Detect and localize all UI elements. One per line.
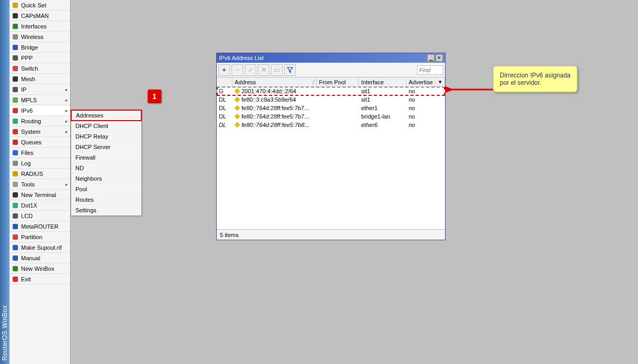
find-input[interactable] [417,65,443,75]
svg-rect-0 [13,3,18,8]
svg-rect-19 [13,203,18,208]
add-button[interactable]: + [218,64,230,76]
system-icon [12,128,19,135]
sidebar-item-label: Mesh [21,76,35,82]
sidebar-item-switch[interactable]: Switch [9,63,70,74]
table-row[interactable]: DLfe80::3:c9a3:5b9e/64sit1no [217,95,445,104]
sidebar-item-capsman[interactable]: CAPsMAN [9,11,70,21]
column-from-pool[interactable]: From Pool [317,77,359,86]
table-row[interactable]: G2001:470:4:4dd::2/64sit1no [217,87,445,95]
submenu-item-settings[interactable]: Settings [71,205,141,215]
remove-button[interactable]: − [231,64,243,76]
switch-icon [12,65,19,72]
sidebar-item-routing[interactable]: Routing▸ [9,116,70,126]
sidebar-item-label: System [21,129,41,135]
column-dropdown[interactable]: ▾ [436,77,445,86]
table-row[interactable]: DLfe80::764d:28ff:fee5:7b7...ether1no [217,104,445,112]
column-flags[interactable] [217,77,233,86]
sidebar-item-lcd[interactable]: LCD [9,211,70,221]
svg-rect-15 [13,161,18,166]
submenu-item-pool[interactable]: Pool [71,184,141,194]
row-address: fe80::764d:28ff:fee5:7b7... [233,105,317,111]
svg-rect-17 [13,182,18,187]
sidebar-item-ip[interactable]: IP▸ [9,84,70,95]
filter-button[interactable] [284,64,296,76]
sidebar-item-label: Switch [21,65,38,72]
svg-rect-5 [13,55,18,61]
mesh-icon [12,75,19,83]
window-titlebar[interactable]: IPv6 Address List ▁ ✕ [217,53,445,63]
sidebar-item-label: IPv6 [21,107,33,114]
sidebar-item-manual[interactable]: Manual [9,253,70,263]
disable-button[interactable]: ✕ [258,64,269,76]
sidebar-item-wireless[interactable]: Wireless [9,32,70,42]
sidebar-item-mesh[interactable]: Mesh [9,74,70,84]
meta-icon [12,223,19,230]
sidebar-item-new-terminal[interactable]: New Terminal [9,190,70,200]
sidebar-item-queues[interactable]: Queues [9,137,70,147]
sidebar-item-metarouter[interactable]: MetaROUTER [9,221,70,232]
sidebar-item-label: PPP [21,55,33,61]
table-row[interactable]: DLfe80::764d:28ff:fee5:7b8...ether6no [217,121,445,129]
submenu-item-neighbors[interactable]: Neighbors [71,173,141,184]
enable-button[interactable]: ✓ [245,64,256,76]
toolbar: + − ✓ ✕ ▭ [217,63,445,77]
column-address[interactable]: Address ∕ [233,77,317,86]
sidebar-item-label: New WinBox [21,265,54,272]
minimize-button[interactable]: ▁ [427,54,434,62]
sidebar-item-quick-set[interactable]: Quick Set [9,0,70,11]
window-title: IPv6 Address List [219,55,426,61]
sidebar-item-label: New Terminal [21,192,56,198]
sidebar-item-bridge[interactable]: Bridge [9,42,70,53]
sidebar-item-label: RADIUS [21,171,43,177]
annotation-arrow-icon [445,84,498,95]
row-interface: ether6 [359,122,407,128]
sidebar-item-dot1x[interactable]: Dot1X [9,200,70,211]
sidebar-item-label: Partition [21,234,42,240]
submenu-item-dhcp-relay[interactable]: DHCP Relay [71,131,141,142]
sidebar-item-system[interactable]: System▸ [9,126,70,137]
sidebar-item-exit[interactable]: Exit [9,274,70,284]
sidebar-item-ipv6[interactable]: IPv6▸ [9,105,70,116]
submenu-arrow-icon: ▸ [65,129,68,134]
radius-icon [12,170,19,178]
row-advertise: no [407,113,445,120]
sidebar-item-make-supout-rif[interactable]: Make Supout.rif [9,242,70,253]
row-address: fe80::764d:28ff:fee5:7b8... [233,122,317,128]
iface-icon [12,23,19,30]
submenu-item-addresses[interactable]: Addresses [71,110,142,121]
ppp-icon [12,54,19,62]
manual-icon [12,254,19,262]
column-advertise[interactable]: Advertise [407,77,436,86]
sidebar-item-log[interactable]: Log [9,158,70,169]
sidebar-item-tools[interactable]: Tools▸ [9,179,70,190]
sidebar-item-radius[interactable]: RADIUS [9,169,70,179]
sidebar-item-label: MPLS [21,97,37,103]
sidebar-item-new-winbox[interactable]: New WinBox [9,263,70,274]
svg-rect-22 [13,234,18,240]
routing-icon [12,117,19,125]
sidebar-item-label: Routing [21,118,41,124]
wifi-icon [12,33,19,41]
table-row[interactable]: DLfe80::764d:28ff:fee5:7b7...bridge1-lan… [217,112,445,121]
submenu-item-nd[interactable]: ND [71,163,141,173]
row-flag: G [217,88,233,94]
sidebar-item-partition[interactable]: Partition [9,232,70,242]
column-interface[interactable]: Interface [359,77,407,86]
svg-rect-10 [13,108,18,113]
submenu-item-firewall[interactable]: Firewall [71,152,141,163]
submenu-item-dhcp-server[interactable]: DHCP Server [71,142,141,152]
sidebar-item-ppp[interactable]: PPP [9,53,70,63]
sidebar-item-interfaces[interactable]: Interfaces [9,21,70,32]
row-interface: sit1 [359,96,407,103]
comment-button[interactable]: ▭ [271,64,283,76]
tools-icon [12,181,19,188]
row-flag: DL [217,105,233,111]
submenu-item-routes[interactable]: Routes [71,194,141,205]
sidebar-item-mpls[interactable]: MPLS▸ [9,95,70,105]
sidebar-item-files[interactable]: Files [9,147,70,158]
sidebar-item-label: Make Supout.rif [21,244,62,251]
submenu-item-dhcp-client[interactable]: DHCP Client [71,121,141,131]
item-count: 5 items [220,232,238,238]
close-button[interactable]: ✕ [436,54,443,62]
